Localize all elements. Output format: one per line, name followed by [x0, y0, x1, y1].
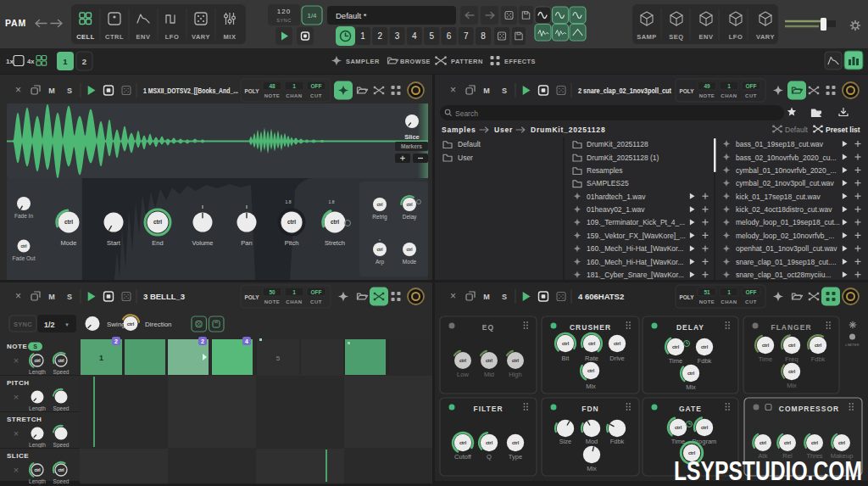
svg-text:1: 1 [63, 57, 68, 66]
svg-text:SLICE: SLICE [7, 452, 29, 460]
svg-text:GATE: GATE [679, 405, 702, 413]
svg-text:openhat_01_1nov3poll_cut.wav: openhat_01_1nov3poll_cut.wav [736, 244, 837, 253]
svg-text:Size: Size [559, 438, 572, 445]
svg-text:×: × [15, 84, 21, 96]
svg-text:End: End [152, 239, 163, 247]
svg-text:ctrl: ctrl [58, 359, 64, 363]
svg-text:1: 1 [727, 83, 731, 89]
svg-text:SEQ: SEQ [669, 33, 683, 41]
svg-text:M: M [48, 87, 55, 95]
svg-text:VARY: VARY [192, 33, 210, 41]
svg-text:ctrl: ctrl [672, 344, 680, 349]
svg-text:DrumKit_20251128: DrumKit_20251128 [531, 126, 605, 134]
svg-text:Slice: Slice [404, 133, 420, 141]
svg-text:Retrig: Retrig [372, 214, 387, 221]
svg-text:SYNC: SYNC [14, 321, 32, 328]
svg-text:ctrl: ctrl [287, 219, 296, 225]
svg-text:ctrl: ctrl [688, 450, 696, 455]
svg-text:Mix: Mix [586, 383, 596, 390]
svg-text:1 MSXII_DOTSV2_[[Books_And_...: 1 MSXII_DOTSV2_[[Books_And_... [143, 86, 238, 95]
svg-text:melody_loop_02_10novrfvb_...: melody_loop_02_10novrfvb_... [736, 232, 834, 240]
svg-text:2 snare_clap_02_1nov3poll_cut: 2 snare_clap_02_1nov3poll_cut [578, 86, 672, 95]
svg-text:ctrl: ctrl [788, 369, 796, 374]
svg-text:×: × [450, 84, 456, 96]
svg-text:CUT: CUT [310, 93, 322, 98]
svg-text:ctrl: ctrl [406, 248, 412, 252]
svg-text:OFF: OFF [311, 83, 322, 89]
svg-text:3: 3 [395, 31, 400, 41]
svg-text:ctrl: ctrl [376, 248, 382, 252]
svg-text:Mix: Mix [587, 465, 597, 472]
svg-text:POLY: POLY [244, 294, 259, 300]
svg-text:FDN: FDN [581, 405, 598, 413]
svg-text:cymbal_01_10novrfvb_2020_...: cymbal_01_10novrfvb_2020_... [736, 166, 837, 175]
svg-text:4: 4 [412, 31, 417, 41]
svg-text:Speed: Speed [53, 369, 70, 376]
svg-text:ctrl: ctrl [784, 440, 792, 445]
svg-text:120: 120 [277, 8, 291, 15]
svg-text:STRETCH: STRETCH [7, 416, 42, 423]
svg-text:BROWSE: BROWSE [400, 58, 431, 65]
svg-text:ctrl: ctrl [762, 343, 770, 348]
svg-text:S: S [33, 344, 37, 349]
svg-text:ctrl: ctrl [512, 358, 520, 363]
svg-text:Stretch: Stretch [325, 239, 345, 247]
svg-text:2: 2 [201, 338, 204, 344]
svg-text:LFO: LFO [165, 33, 180, 41]
svg-text:EFFECTS: EFFECTS [504, 58, 536, 65]
svg-text:Cutoff: Cutoff [454, 453, 472, 461]
svg-text:S: S [502, 293, 507, 301]
svg-text:Default: Default [785, 126, 809, 134]
svg-text:ctrl: ctrl [20, 244, 26, 249]
svg-text:01hardtech_1.wav: 01hardtech_1.wav [587, 193, 646, 201]
svg-text:Volume: Volume [192, 239, 213, 247]
svg-text:M: M [483, 87, 490, 95]
svg-text:Delay: Delay [403, 214, 417, 221]
svg-text:Bit: Bit [562, 355, 570, 362]
svg-text:×: × [14, 428, 19, 439]
svg-text:5: 5 [429, 31, 434, 41]
svg-text:ctrl: ctrl [486, 358, 493, 363]
svg-text:S: S [67, 87, 72, 95]
svg-text:ctrl: ctrl [153, 219, 162, 225]
svg-text:159._Vektor_FX_[WavKore]_...: 159._Vektor_FX_[WavKore]_... [587, 232, 686, 240]
svg-text:Mid: Mid [484, 371, 494, 378]
svg-text:×: × [14, 355, 19, 366]
svg-text:LFO: LFO [729, 33, 743, 41]
svg-text:NOTE: NOTE [264, 299, 281, 304]
svg-text:Pan: Pan [241, 239, 252, 247]
svg-text:×: × [14, 392, 19, 402]
svg-text:8: 8 [481, 31, 486, 41]
svg-text:1x: 1x [6, 58, 14, 65]
svg-text:SAMPLES25: SAMPLES25 [587, 179, 629, 187]
svg-text:Swing: Swing [107, 321, 125, 328]
svg-text:Mix: Mix [787, 382, 797, 389]
svg-text:PATTERN: PATTERN [451, 58, 483, 65]
svg-text:48: 48 [269, 83, 275, 89]
svg-text:5: 5 [276, 355, 281, 362]
svg-text:181._Cyber_Snare_[WavKor...: 181._Cyber_Snare_[WavKor... [587, 271, 684, 279]
svg-text:50: 50 [269, 289, 275, 295]
svg-text:NOTE: NOTE [264, 93, 281, 98]
svg-text:1: 1 [360, 31, 365, 41]
svg-text:ENV: ENV [136, 33, 151, 41]
svg-text:User: User [494, 126, 513, 134]
svg-text:ctrl: ctrl [760, 440, 767, 445]
svg-text:109._Terminator_Kick_Pt_4_...: 109._Terminator_Kick_Pt_4_... [587, 218, 685, 226]
svg-text:2: 2 [378, 31, 383, 41]
svg-text:1: 1 [727, 289, 731, 295]
svg-text:POLY: POLY [679, 88, 694, 94]
svg-text:▾: ▾ [65, 321, 69, 327]
svg-text:1.8: 1.8 [329, 199, 335, 204]
svg-text:ctrl: ctrl [811, 440, 819, 445]
svg-text:Speed: Speed [53, 442, 70, 449]
svg-text:ctrl: ctrl [331, 219, 339, 225]
svg-text:4 606HATS2: 4 606HATS2 [578, 292, 624, 301]
svg-text:160._Mech_Hi-Hat_[WavKor...: 160._Mech_Hi-Hat_[WavKor... [587, 258, 683, 266]
svg-text:Time: Time [669, 357, 682, 365]
svg-text:CHAN: CHAN [721, 299, 737, 304]
svg-text:ctrl: ctrl [486, 440, 493, 445]
svg-text:Type: Type [509, 453, 522, 461]
svg-text:Length: Length [29, 369, 46, 376]
svg-text:High: High [509, 371, 521, 378]
